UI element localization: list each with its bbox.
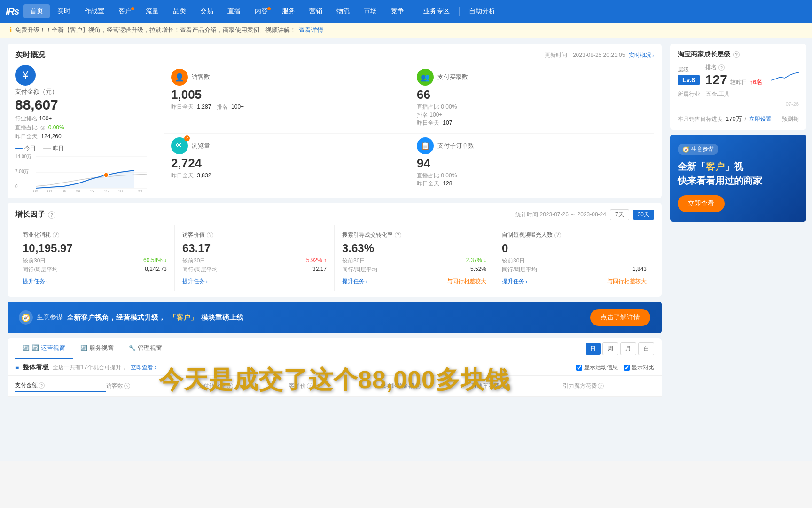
growth-help-icon[interactable]: ? bbox=[48, 211, 55, 219]
set-now-link[interactable]: 立即设置 bbox=[749, 115, 772, 123]
nav-item-warroom[interactable]: 作战室 bbox=[78, 4, 111, 18]
banner-cta-button[interactable]: 点击了解详情 bbox=[590, 309, 650, 326]
tab-operations[interactable]: 🔄 🔄 运营视窗 bbox=[15, 338, 73, 359]
gi2-link[interactable]: 提升任务 › bbox=[182, 278, 327, 286]
growth-period-text: 统计时间 2023-07-26 ～ 2023-08-24 bbox=[515, 211, 606, 219]
promo-cta-button[interactable]: 立即查看 bbox=[678, 195, 725, 212]
col-refund: 成功退款金额 ? bbox=[380, 380, 471, 392]
gi1-label: 商业化消耗 bbox=[23, 231, 51, 239]
growth-period-area: 统计时间 2023-07-26 ～ 2023-08-24 7天 30天 bbox=[515, 209, 654, 220]
gi2-help[interactable]: ? bbox=[207, 232, 213, 238]
nav-item-content[interactable]: 内容 bbox=[248, 4, 274, 18]
gi3-link[interactable]: 提升任务 › bbox=[342, 278, 367, 286]
gi1-peer: 同行/周层平均 8,242.73 bbox=[23, 266, 167, 274]
buyers-label: 支付买家数 bbox=[437, 73, 468, 81]
industry-text: 所属行业：五金/工具 bbox=[678, 90, 799, 98]
merchant-help-icon[interactable]: ? bbox=[733, 51, 740, 58]
realtime-header: 实时概况 更新时间：2023-08-25 20:21:05 实时概况 › bbox=[15, 50, 654, 60]
rank-label: 行业排名 100+ bbox=[15, 115, 52, 123]
tab-management[interactable]: 🔧 管理视窗 bbox=[121, 338, 170, 359]
tab-date-month[interactable]: 月 bbox=[620, 342, 636, 355]
col-help-5[interactable]: ? bbox=[415, 383, 421, 389]
col-help-3[interactable]: ? bbox=[227, 383, 233, 389]
col-help-7[interactable]: ? bbox=[598, 383, 604, 389]
tab-date-custom[interactable]: 自 bbox=[638, 342, 654, 355]
refresh-icon-1: 🔄 bbox=[23, 345, 30, 351]
show-activity-checkbox-label[interactable]: 显示活动信息 bbox=[576, 364, 618, 372]
refresh-icon-2: 🔄 bbox=[80, 345, 87, 351]
payment-value: 88,607 bbox=[15, 97, 148, 113]
pageviews-label: 浏览量 bbox=[192, 142, 210, 150]
svg-text:12: 12 bbox=[90, 189, 94, 192]
tab-date-day[interactable]: 日 bbox=[586, 343, 601, 355]
growth-item-2: 访客价值 ? 63.17 较前30日 5.92% ↑ 同行/周层平均 32.17… bbox=[175, 225, 335, 291]
growth-header: 增长因子 ? 统计时间 2023-07-26 ～ 2023-08-24 7天 3… bbox=[15, 209, 654, 220]
sales-target-area: 本月销售目标进度 170万 / 立即设置 预测期 bbox=[678, 111, 799, 123]
rank-col: 排名 ? 127 较昨日 ↑6名 bbox=[705, 64, 765, 87]
chart-legend: 今日 昨日 bbox=[15, 144, 148, 152]
col-help-4[interactable]: ? bbox=[307, 383, 313, 389]
show-contrast-checkbox[interactable] bbox=[624, 365, 630, 371]
tab-date-week[interactable]: 周 bbox=[602, 342, 618, 355]
gi4-link[interactable]: 提升任务 › bbox=[502, 278, 527, 286]
orders-value: 94 bbox=[417, 156, 647, 171]
top-navigation: IRs 首页 实时 作战室 客户 流量 品类 交易 直播 内容 服务 营销 物流… bbox=[0, 0, 812, 23]
main-layout: 实时概况 更新时间：2023-08-25 20:21:05 实时概况 › ¥ 支… bbox=[0, 38, 812, 461]
nav-item-service[interactable]: 服务 bbox=[275, 4, 302, 18]
svg-text:06: 06 bbox=[62, 189, 66, 192]
col-visitors: 访客数 ? bbox=[106, 380, 197, 392]
col-help-2[interactable]: ? bbox=[124, 383, 130, 389]
merchant-card-title: 淘宝商家成长层级 ? bbox=[678, 50, 799, 59]
tab-service[interactable]: 🔄 服务视窗 bbox=[73, 338, 121, 359]
buyers-yesterday: 昨日全天 107 bbox=[417, 119, 647, 127]
gi1-link[interactable]: 提升任务 › bbox=[23, 278, 167, 286]
promo-banner: 🧭 生意参谋 全新「客户」视 快来看看用过的商家 立即查看 bbox=[670, 135, 806, 222]
show-contrast-checkbox-label[interactable]: 显示对比 bbox=[624, 364, 654, 372]
checkbox-area: 显示活动信息 显示对比 bbox=[576, 364, 654, 372]
nav-item-traffic[interactable]: 流量 bbox=[139, 4, 165, 18]
nav-item-marketing[interactable]: 营销 bbox=[303, 4, 329, 18]
svg-text:23: 23 bbox=[138, 189, 142, 192]
nav-item-bizzone[interactable]: 业务专区 bbox=[417, 4, 456, 18]
gi4-help[interactable]: ? bbox=[554, 232, 561, 238]
col-help-6[interactable]: ? bbox=[500, 383, 507, 389]
gear-icon-tab: 🔧 bbox=[129, 345, 136, 351]
opportunity-link[interactable]: 立即查看 › bbox=[131, 364, 156, 372]
gi3-peer-link[interactable]: 与同行相差较大 bbox=[447, 278, 486, 286]
visitors-sub: 昨日全天 1,287 排名 100+ bbox=[171, 103, 401, 111]
banner-icon-area: 🧭 生意参谋 全新客户视角，经营模式升级， 「客户」 模块重磅上线 bbox=[19, 310, 583, 325]
nav-item-selfanalyze[interactable]: 自助分析 bbox=[462, 4, 502, 18]
gi4-peer: 同行/周层平均 1,843 bbox=[502, 266, 647, 274]
gi3-help[interactable]: ? bbox=[395, 232, 401, 238]
nav-item-market[interactable]: 市场 bbox=[357, 4, 383, 18]
nav-item-home[interactable]: 首页 bbox=[23, 4, 50, 18]
btn-7days[interactable]: 7天 bbox=[610, 209, 629, 220]
gi1-compare: 较前30日 60.58% ↓ bbox=[23, 257, 167, 265]
notice-info-icon: ℹ bbox=[9, 26, 12, 34]
nav-item-customer[interactable]: 客户 bbox=[112, 4, 138, 18]
gi2-label: 访客价值 bbox=[182, 231, 205, 239]
show-activity-checkbox[interactable] bbox=[576, 365, 582, 371]
metric-orders: 📋 支付子订单数 94 直播占比 0.00% 昨日全天 128 bbox=[409, 134, 654, 194]
rank-help[interactable]: ? bbox=[718, 64, 725, 71]
buyers-sub2: 排名 100+ bbox=[417, 111, 647, 119]
nav-item-trade[interactable]: 交易 bbox=[194, 4, 220, 18]
col-help-1[interactable]: ? bbox=[39, 382, 45, 389]
gi4-peer-link[interactable]: 与同行相差较大 bbox=[607, 278, 647, 286]
gi1-help[interactable]: ? bbox=[53, 232, 59, 238]
nav-item-realtime[interactable]: 实时 bbox=[51, 4, 77, 18]
btn-30days[interactable]: 30天 bbox=[633, 210, 654, 220]
level-value: Lv.8 bbox=[678, 75, 700, 85]
level-rank-row: 层级 Lv.8 排名 ? 127 较昨日 ↑6名 bbox=[678, 64, 799, 87]
notice-link[interactable]: 查看详情 bbox=[299, 26, 323, 34]
gi3-label: 搜索引导成交转化率 bbox=[342, 231, 393, 239]
nav-item-live[interactable]: 直播 bbox=[221, 4, 247, 18]
realtime-link[interactable]: 实时概况 › bbox=[629, 51, 654, 59]
merchant-level-card: 淘宝商家成长层级 ? 层级 Lv.8 排名 ? 127 bbox=[670, 44, 806, 130]
nav-item-logistics[interactable]: 物流 bbox=[330, 4, 356, 18]
nav-item-category[interactable]: 品类 bbox=[166, 4, 193, 18]
visitors-label: 访客数 bbox=[192, 73, 210, 81]
growth-title-area: 增长因子 ? bbox=[15, 210, 55, 220]
banner-text-part2: 模块重磅上线 bbox=[201, 313, 243, 322]
nav-item-competition[interactable]: 竞争 bbox=[384, 4, 411, 18]
